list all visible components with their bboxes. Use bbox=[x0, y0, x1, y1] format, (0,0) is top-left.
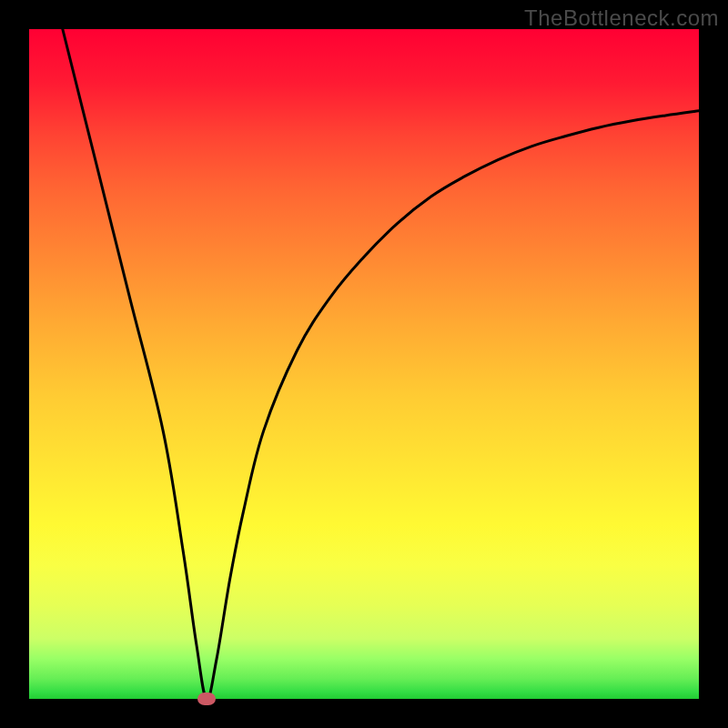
bottleneck-curve bbox=[63, 29, 699, 699]
plot-area bbox=[29, 29, 699, 699]
curve-svg bbox=[29, 29, 699, 699]
chart-frame: TheBottleneck.com bbox=[0, 0, 728, 728]
minimum-marker bbox=[197, 693, 216, 705]
watermark-text: TheBottleneck.com bbox=[524, 5, 719, 31]
